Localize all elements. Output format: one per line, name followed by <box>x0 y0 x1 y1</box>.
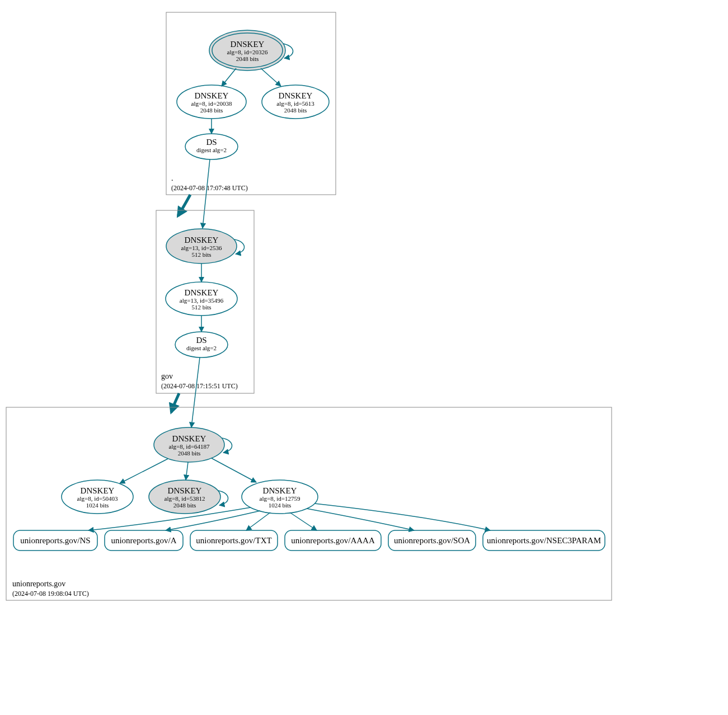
svg-text:DNSKEY: DNSKEY <box>195 91 229 100</box>
record-nsec3param: unionreports.gov/NSEC3PARAM <box>483 530 605 551</box>
zone-root-timestamp: (2024-07-08 17:07:48 UTC) <box>171 184 248 192</box>
node-domain-key4: DNSKEY alg=8, id=12759 1024 bits <box>242 480 318 514</box>
record-ns: unionreports.gov/NS <box>13 530 97 551</box>
node-gov-zsk: DNSKEY alg=13, id=35496 512 bits <box>166 282 237 316</box>
edge-root-ds-to-gov-ksk <box>203 159 210 228</box>
dnssec-diagram: . (2024-07-08 17:07:48 UTC) DNSKEY alg=8… <box>0 0 728 715</box>
svg-text:2048 bits: 2048 bits <box>178 450 201 457</box>
zone-domain-name: unionreports.gov <box>12 580 65 588</box>
svg-text:alg=8, id=20326: alg=8, id=20326 <box>227 49 268 55</box>
edge-key4-to-soa <box>307 509 414 530</box>
svg-text:alg=8, id=50403: alg=8, id=50403 <box>77 495 118 502</box>
zone-domain: unionreports.gov (2024-07-08 19:08:04 UT… <box>6 407 612 600</box>
edge-key4-to-nsec <box>314 504 490 530</box>
svg-text:2048 bits: 2048 bits <box>173 502 196 509</box>
svg-text:alg=8, id=53812: alg=8, id=53812 <box>165 495 205 502</box>
svg-text:1024 bits: 1024 bits <box>269 502 292 509</box>
node-domain-key2: DNSKEY alg=8, id=50403 1024 bits <box>62 480 133 514</box>
svg-text:2048 bits: 2048 bits <box>236 55 259 62</box>
edge-root-ksk-to-zsk <box>222 68 236 86</box>
record-soa: unionreports.gov/SOA <box>388 530 476 551</box>
node-domain-ksk: DNSKEY alg=8, id=64187 2048 bits <box>154 427 224 462</box>
edge-gov-to-domain-zone <box>171 393 179 412</box>
svg-text:DNSKEY: DNSKEY <box>168 486 202 495</box>
node-domain-key3: DNSKEY alg=8, id=53812 2048 bits <box>149 480 220 514</box>
zone-gov: gov (2024-07-08 17:15:51 UTC) DNSKEY alg… <box>156 210 254 393</box>
node-root-zsk: DNSKEY alg=8, id=20038 2048 bits <box>177 85 246 119</box>
svg-text:DS: DS <box>206 138 217 147</box>
svg-text:512 bits: 512 bits <box>191 251 211 258</box>
svg-text:DNSKEY: DNSKEY <box>263 486 297 495</box>
svg-text:DS: DS <box>196 336 206 345</box>
edge-dom-ksk-to-key3 <box>186 462 188 480</box>
svg-text:DNSKEY: DNSKEY <box>185 288 219 297</box>
svg-text:unionreports.gov/TXT: unionreports.gov/TXT <box>196 536 271 545</box>
svg-text:alg=8, id=64187: alg=8, id=64187 <box>169 443 210 450</box>
svg-text:2048 bits: 2048 bits <box>284 107 307 114</box>
svg-text:512 bits: 512 bits <box>191 304 211 311</box>
zone-domain-timestamp: (2024-07-08 19:08:04 UTC) <box>12 590 89 598</box>
svg-text:alg=8, id=12759: alg=8, id=12759 <box>260 495 300 502</box>
svg-text:DNSKEY: DNSKEY <box>279 91 313 100</box>
svg-text:alg=8, id=20038: alg=8, id=20038 <box>191 100 232 107</box>
svg-text:unionreports.gov/NSEC3PARAM: unionreports.gov/NSEC3PARAM <box>487 536 601 545</box>
record-aaaa: unionreports.gov/AAAA <box>285 530 381 551</box>
record-a: unionreports.gov/A <box>105 530 183 551</box>
svg-text:DNSKEY: DNSKEY <box>172 434 206 443</box>
svg-text:unionreports.gov/NS: unionreports.gov/NS <box>20 536 90 545</box>
svg-text:digest alg=2: digest alg=2 <box>186 345 217 351</box>
svg-text:1024 bits: 1024 bits <box>86 502 109 509</box>
svg-text:unionreports.gov/A: unionreports.gov/A <box>111 536 176 545</box>
svg-text:DNSKEY: DNSKEY <box>185 236 219 244</box>
edge-key4-to-txt <box>246 512 270 530</box>
node-root-ds: DS digest alg=2 <box>185 134 238 159</box>
svg-text:DNSKEY: DNSKEY <box>81 486 115 495</box>
edge-root-to-gov-zone <box>178 195 190 216</box>
record-txt: unionreports.gov/TXT <box>190 530 278 551</box>
edge-gov-ds-to-domain-ksk <box>191 358 200 427</box>
svg-text:digest alg=2: digest alg=2 <box>196 147 227 153</box>
node-gov-ksk: DNSKEY alg=13, id=2536 512 bits <box>166 229 237 264</box>
svg-text:alg=8, id=5613: alg=8, id=5613 <box>276 100 314 107</box>
svg-text:unionreports.gov/SOA: unionreports.gov/SOA <box>394 536 470 545</box>
svg-text:alg=13, id=35496: alg=13, id=35496 <box>180 297 224 304</box>
zone-gov-timestamp: (2024-07-08 17:15:51 UTC) <box>161 382 238 390</box>
svg-text:2048 bits: 2048 bits <box>200 107 223 114</box>
edge-key4-to-aaaa <box>290 512 317 530</box>
edge-dom-ksk-to-key2 <box>120 459 168 483</box>
svg-text:unionreports.gov/AAAA: unionreports.gov/AAAA <box>291 536 375 545</box>
edge-root-ksk-to-key3 <box>261 68 281 86</box>
svg-text:alg=13, id=2536: alg=13, id=2536 <box>181 244 222 251</box>
edge-dom-ksk-to-key4 <box>212 458 256 482</box>
zone-root: . (2024-07-08 17:07:48 UTC) DNSKEY alg=8… <box>166 12 336 195</box>
node-root-key3: DNSKEY alg=8, id=5613 2048 bits <box>262 85 329 119</box>
zone-gov-name: gov <box>161 372 173 380</box>
svg-text:DNSKEY: DNSKEY <box>231 40 265 49</box>
node-root-ksk: DNSKEY alg=8, id=20326 2048 bits <box>209 30 285 70</box>
node-gov-ds: DS digest alg=2 <box>175 332 228 358</box>
zone-root-name: . <box>171 174 173 182</box>
